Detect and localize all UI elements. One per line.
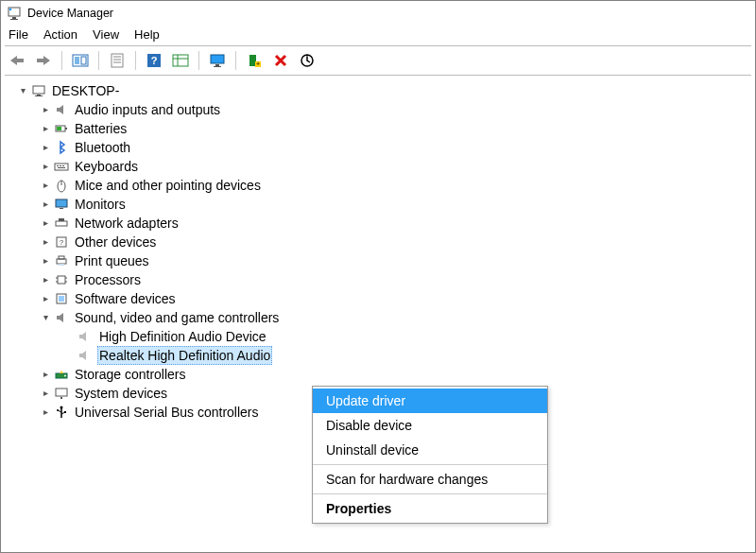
tree-item[interactable]: ▸ Keyboards — [3, 157, 753, 176]
menu-file[interactable]: File — [9, 27, 28, 42]
tree-item-label: Storage controllers — [75, 365, 186, 384]
tree-root[interactable]: ▾ DESKTOP- — [3, 81, 753, 100]
tree-item-label: Bluetooth — [75, 138, 130, 157]
tree-item[interactable]: ▸ Mice and other pointing devices — [3, 176, 753, 195]
tree-item-child-label: Realtek High Definition Audio — [97, 346, 272, 365]
menu-view[interactable]: View — [93, 27, 119, 42]
ctx-scan-hardware[interactable]: Scan for hardware changes — [313, 467, 547, 492]
titlebar: Device Manager — [1, 1, 755, 26]
uninstall-button[interactable] — [270, 50, 291, 71]
help-button[interactable]: ? — [144, 50, 164, 71]
tree-item[interactable]: ▸ ? Other devices — [3, 233, 753, 251]
tree-item-child[interactable]: Realtek High Definition Audio — [3, 346, 753, 365]
svg-rect-27 — [35, 95, 43, 96]
svg-rect-31 — [55, 164, 68, 170]
chevron-right-icon[interactable]: ▸ — [39, 384, 52, 403]
svg-rect-20 — [214, 66, 221, 67]
window-title: Device Manager — [27, 7, 113, 20]
chevron-right-icon[interactable]: ▸ — [39, 270, 52, 289]
device-category-icon — [54, 121, 69, 136]
chevron-right-icon[interactable]: ▸ — [39, 100, 52, 119]
svg-rect-38 — [56, 199, 67, 207]
tree-item[interactable]: ▸ Batteries — [3, 119, 753, 138]
tree-item-label: Sound, video and game controllers — [75, 308, 279, 327]
tree-item[interactable]: ▸ Network adapters — [3, 214, 753, 233]
show-hidden-button[interactable] — [70, 50, 91, 71]
device-category-icon — [54, 310, 69, 325]
tree-item[interactable]: ▸ Print queues — [3, 251, 753, 270]
chevron-right-icon[interactable]: ▸ — [39, 157, 52, 176]
ctx-divider — [313, 493, 547, 494]
tree-item[interactable]: ▾ Sound, video and game controllers — [3, 308, 753, 327]
tree-item-label: Processors — [75, 270, 141, 289]
tree-item[interactable]: ▸ Monitors — [3, 195, 753, 214]
svg-rect-39 — [60, 208, 63, 209]
menubar: File Action View Help — [1, 26, 755, 45]
chevron-right-icon[interactable]: ▸ — [39, 138, 52, 157]
svg-rect-5 — [37, 59, 44, 62]
svg-rect-44 — [57, 259, 66, 264]
svg-text:?: ? — [60, 238, 64, 247]
chevron-right-icon[interactable]: ▸ — [39, 403, 52, 422]
chevron-down-icon[interactable]: ▾ — [39, 308, 52, 327]
chevron-right-icon[interactable]: ▸ — [39, 289, 52, 308]
tree-item-child[interactable]: High Definition Audio Device — [3, 327, 753, 346]
toolbar-separator — [135, 51, 136, 70]
svg-rect-26 — [37, 95, 41, 95]
device-category-icon — [54, 159, 69, 174]
svg-rect-47 — [58, 276, 65, 284]
tree-item-label: Print queues — [75, 251, 149, 270]
tree-item-label: Mice and other pointing devices — [75, 176, 261, 195]
device-category-icon — [54, 291, 69, 306]
svg-text:?: ? — [151, 55, 158, 66]
properties-button[interactable] — [107, 50, 128, 71]
chevron-right-icon[interactable]: ▸ — [39, 365, 52, 384]
chevron-right-icon[interactable]: ▸ — [39, 195, 52, 214]
chevron-right-icon[interactable]: ▸ — [39, 233, 52, 251]
svg-rect-45 — [59, 256, 64, 259]
svg-point-55 — [64, 375, 66, 377]
chevron-right-icon[interactable]: ▸ — [39, 214, 52, 233]
toolbar-separator — [198, 51, 199, 70]
details-button[interactable] — [170, 50, 191, 71]
device-category-icon — [54, 272, 69, 287]
back-button[interactable] — [7, 50, 27, 71]
svg-rect-35 — [58, 167, 65, 168]
chevron-right-icon[interactable]: ▸ — [39, 119, 52, 138]
forward-button[interactable] — [33, 50, 54, 71]
ctx-update-driver[interactable]: Update driver — [313, 389, 547, 413]
tree-item[interactable]: ▸ Processors — [3, 270, 753, 289]
ctx-disable-device[interactable]: Disable device — [313, 413, 547, 438]
svg-rect-1 — [12, 17, 16, 19]
device-category-icon — [54, 216, 69, 231]
chevron-right-icon[interactable]: ▸ — [39, 251, 52, 270]
chevron-right-icon[interactable]: ▸ — [39, 176, 52, 195]
svg-point-3 — [9, 9, 12, 11]
svg-rect-8 — [81, 57, 86, 64]
scan-button[interactable] — [297, 50, 318, 71]
svg-rect-32 — [57, 165, 59, 166]
tree-item-label: Keyboards — [75, 157, 138, 176]
device-category-icon — [54, 367, 69, 382]
svg-rect-9 — [112, 54, 123, 67]
menu-action[interactable]: Action — [43, 27, 77, 42]
tree-item-label: Universal Serial Bus controllers — [75, 403, 259, 422]
ctx-uninstall-device[interactable]: Uninstall device — [313, 438, 547, 462]
chevron-down-icon[interactable]: ▾ — [16, 81, 29, 100]
tree-item[interactable]: ▸ Audio inputs and outputs — [3, 100, 753, 119]
svg-rect-25 — [33, 86, 44, 94]
svg-rect-34 — [62, 165, 64, 166]
menu-help[interactable]: Help — [134, 27, 160, 42]
svg-rect-4 — [16, 59, 24, 62]
svg-rect-41 — [59, 218, 64, 221]
tree-item[interactable]: ▸ Storage controllers — [3, 365, 753, 384]
add-legacy-button[interactable]: + — [244, 50, 265, 71]
toolbar: ? + — [1, 46, 755, 75]
ctx-properties[interactable]: Properties — [313, 496, 547, 521]
svg-rect-61 — [64, 411, 66, 413]
tree-item[interactable]: ▸ Bluetooth — [3, 138, 753, 157]
svg-rect-56 — [56, 389, 67, 396]
device-category-icon — [54, 386, 69, 401]
tree-item[interactable]: ▸ Software devices — [3, 289, 753, 308]
monitor-button[interactable] — [207, 50, 228, 71]
